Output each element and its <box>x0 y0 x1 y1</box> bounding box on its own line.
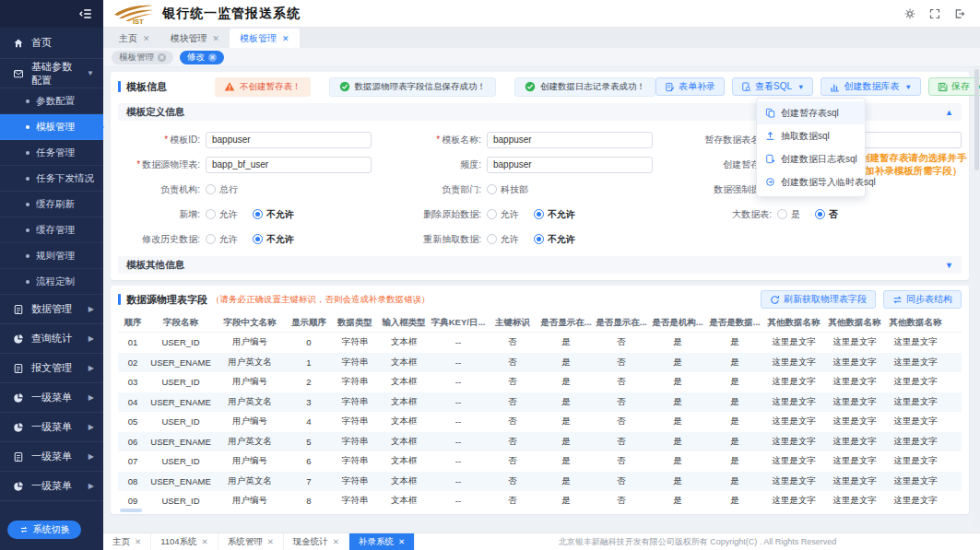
alert-warning: 不创建暂存表！ <box>215 77 311 97</box>
radio-unselected-icon[interactable] <box>206 209 216 219</box>
close-tab-icon[interactable]: ✕ <box>282 34 289 43</box>
sidebar-item[interactable]: 规则管理 <box>0 243 103 269</box>
radio-selected-icon[interactable] <box>534 234 544 244</box>
table-row[interactable]: 03USER_ID用户编号2字符串文本框--否是否是是这里是文字这里是文字这里是… <box>118 372 962 392</box>
logout-icon[interactable] <box>954 8 965 19</box>
breadcrumb-tag[interactable]: 修改✕ <box>180 51 224 64</box>
view-sql-button[interactable]: 查看SQL▼ <box>732 77 813 96</box>
text-input[interactable] <box>206 157 372 173</box>
breadcrumb-tag[interactable]: 模板管理✕ <box>112 51 173 64</box>
radio-option[interactable]: 科技部 <box>487 183 528 196</box>
close-circle-icon[interactable]: ✕ <box>208 53 217 62</box>
sidebar-group[interactable]: 报文管理▶ <box>0 354 103 383</box>
radio-option[interactable]: 是 <box>777 208 800 221</box>
collapse-caret-icon[interactable]: ▲ <box>945 108 953 117</box>
radio-selected-icon[interactable] <box>253 209 263 219</box>
sidebar-group[interactable]: 一级菜单▶ <box>0 442 103 472</box>
expand-caret-icon[interactable]: ▼ <box>945 261 953 270</box>
radio-selected-icon[interactable] <box>253 234 263 244</box>
radio-unselected-icon[interactable] <box>487 184 497 194</box>
radio-unselected-icon[interactable] <box>206 234 216 244</box>
dropdown-item[interactable]: 创建数据导入临时表sql <box>757 170 865 193</box>
sidebar-item[interactable]: 任务管理 <box>0 140 103 166</box>
menu-collapse-icon[interactable] <box>79 7 92 20</box>
text-input[interactable] <box>487 157 653 173</box>
fullscreen-icon[interactable] <box>929 8 940 19</box>
sidebar-item[interactable]: 参数配置 <box>0 88 103 114</box>
refresh-fields-button[interactable]: 刷新获取物理表字段 <box>761 290 876 309</box>
page-tab[interactable]: 主页✕ <box>109 29 160 48</box>
radio-option[interactable]: 允许 <box>487 233 519 246</box>
close-circle-icon[interactable]: ✕ <box>158 53 166 62</box>
close-tab-icon[interactable]: ✕ <box>267 537 274 546</box>
system-tab[interactable]: 系统管理✕ <box>218 533 284 550</box>
radio-option[interactable]: 不允许 <box>534 233 575 246</box>
system-tab[interactable]: 主页✕ <box>103 533 151 550</box>
close-tab-icon[interactable]: ✕ <box>202 537 208 546</box>
system-tab[interactable]: 补录系统✕ <box>349 533 415 550</box>
vertical-scrollbar-thumb[interactable] <box>974 69 979 170</box>
section-bar-template-other[interactable]: 模板其他信息 ▼ <box>118 256 962 274</box>
form-supplement-button[interactable]: 表单补录 <box>655 77 725 96</box>
page-tab[interactable]: 模板管理✕ <box>230 29 300 48</box>
create-db-table-button[interactable]: 创建数据库表▼ <box>821 77 920 96</box>
table-row[interactable]: 04USER_ENAME用户英文名3字符串文本框--否是否是是这里是文字这里是文… <box>118 392 962 413</box>
radio-selected-icon[interactable] <box>534 209 544 219</box>
table-row[interactable]: 09USER_ID用户编号8字符串文本框--否是否是是这里是文字这里是文字这里是… <box>118 491 962 511</box>
dropdown-item[interactable]: 创建暂存表sql <box>757 101 865 124</box>
sidebar-item-home[interactable]: 首页 <box>0 28 103 59</box>
sidebar-group[interactable]: 数据管理▶ <box>0 295 103 324</box>
table-row[interactable]: 06USER_ENAME用户英文名5字符串文本框--否是否是是这里是文字这里是文… <box>118 432 962 452</box>
system-tab[interactable]: 现金统计✕ <box>284 533 349 550</box>
system-switch-button[interactable]: 系统切换 <box>7 521 81 539</box>
radio-option[interactable]: 不允许 <box>253 208 294 221</box>
system-tab[interactable]: 1104系统✕ <box>151 533 218 550</box>
radio-option[interactable]: 否 <box>815 208 838 221</box>
sidebar-item[interactable]: 缓存管理 <box>0 217 103 243</box>
radio-option[interactable]: 允许 <box>487 208 519 221</box>
radio-option[interactable]: 不允许 <box>534 208 575 221</box>
radio-unselected-icon[interactable] <box>777 209 787 219</box>
sync-structure-button[interactable]: 同步表结构 <box>883 290 962 309</box>
text-input[interactable] <box>487 132 653 148</box>
radio-unselected-icon[interactable] <box>487 234 497 244</box>
close-tab-icon[interactable]: ✕ <box>135 537 141 546</box>
table-row[interactable]: 07USER_ID用户编号6字符串文本框--否是否是是这里是文字这里是文字这里是… <box>118 451 962 472</box>
dropdown-item[interactable]: 创建数据日志表sql <box>757 147 865 170</box>
table-cell: 否 <box>594 396 649 408</box>
sidebar-group[interactable]: 基础参数配置▼ <box>0 59 103 88</box>
settings-gear-icon[interactable] <box>904 8 915 19</box>
close-tab-icon[interactable]: ✕ <box>398 537 405 546</box>
radio-unselected-icon[interactable] <box>487 209 497 219</box>
table-row[interactable]: 02USER_ENAME用户英文名1字符串文本框--否是否是是这里是文字这里是文… <box>118 353 962 373</box>
sidebar-item[interactable]: 流程定制 <box>0 269 103 295</box>
sidebar-group[interactable]: 一级菜单▶ <box>0 413 103 442</box>
close-tab-icon[interactable]: ✕ <box>333 537 339 546</box>
sidebar-item[interactable]: 缓存刷新 <box>0 192 103 217</box>
radio-selected-icon[interactable] <box>815 209 825 219</box>
radio-option[interactable]: 允许 <box>206 208 238 221</box>
dropdown-item[interactable]: 抽取数据sql <box>757 124 865 147</box>
close-tab-icon[interactable]: ✕ <box>143 34 150 43</box>
table-row[interactable]: 05USER_ID用户编号4字符串文本框--否是否是是这里是文字这里是文字这里是… <box>118 412 962 432</box>
close-tab-icon[interactable]: ✕ <box>213 34 220 43</box>
radio-unselected-icon[interactable] <box>206 184 216 194</box>
page-tab[interactable]: 模块管理✕ <box>160 29 230 48</box>
sidebar-group[interactable]: 一级菜单▶ <box>0 472 103 501</box>
radio-option[interactable]: 总行 <box>206 183 238 196</box>
table-cell: USER_ID <box>148 337 214 347</box>
warning-icon <box>224 81 235 92</box>
sidebar-item[interactable]: 任务下发情况 <box>0 166 103 192</box>
table-row[interactable]: 08USER_ENAME用户英文名7字符串文本框--否是否是是这里是文字这里是文… <box>118 472 962 492</box>
sidebar-group[interactable]: 一级菜单▶ <box>0 383 103 413</box>
sidebar-group[interactable]: 查询统计▶ <box>0 324 103 354</box>
horizontal-scrollbar-thumb[interactable] <box>120 509 142 512</box>
table-cell: 这里是文字 <box>885 415 946 427</box>
sidebar: 首页基础参数配置▼参数配置模板管理任务管理任务下发情况缓存刷新缓存管理规则管理流… <box>0 0 103 550</box>
save-button[interactable]: 保存▼ <box>928 77 980 96</box>
table-row[interactable]: 01USER_ID用户编号0字符串文本框--否是否是是这里是文字这里是文字这里是… <box>118 333 962 353</box>
radio-option[interactable]: 不允许 <box>253 233 294 246</box>
sidebar-item[interactable]: 模板管理 <box>0 114 103 140</box>
radio-option[interactable]: 允许 <box>206 233 238 246</box>
text-input[interactable] <box>206 132 372 148</box>
